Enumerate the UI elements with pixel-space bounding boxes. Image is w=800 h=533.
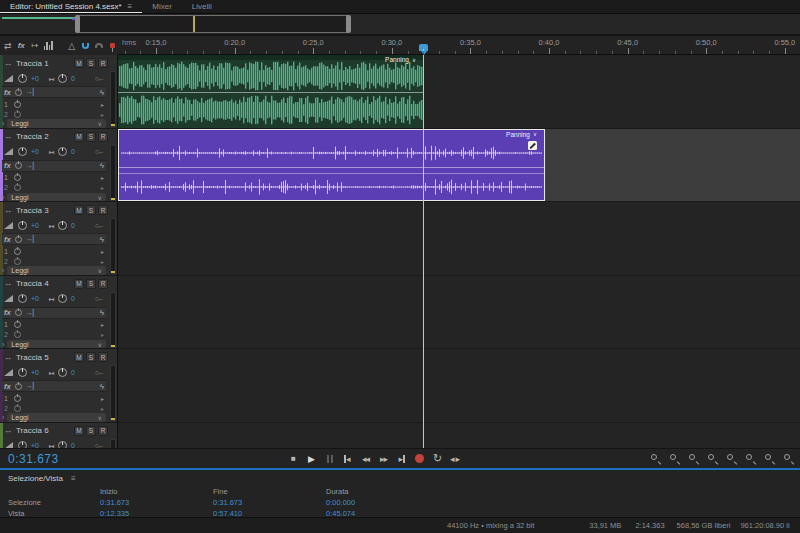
slot2-power-icon[interactable]: [14, 331, 21, 338]
move-tool-icon[interactable]: ⇄: [2, 39, 14, 53]
freeze-icon[interactable]: ϟ: [100, 308, 104, 317]
zoom-to-selection-icon[interactable]: [726, 453, 737, 464]
time-value[interactable]: 0:31.673: [100, 498, 213, 507]
slot2-power-icon[interactable]: [14, 405, 21, 412]
automation-mode-dropdown[interactable]: Leggi∨: [7, 340, 106, 349]
rewind-button[interactable]: ◂◂: [360, 453, 371, 465]
track-lane-5[interactable]: [118, 349, 800, 423]
record-arm-button[interactable]: R: [98, 58, 108, 68]
skip-selection-button[interactable]: ◂▸: [450, 453, 461, 465]
slot2-expand-icon[interactable]: ▸: [101, 331, 104, 338]
zoom-in-amplitude-icon[interactable]: [650, 453, 661, 464]
panel-menu-icon[interactable]: ≡: [128, 2, 133, 11]
volume-knob[interactable]: [18, 368, 27, 377]
io-routing-icon[interactable]: ○←: [95, 148, 104, 155]
navigator-left-handle[interactable]: [75, 15, 80, 33]
fx-power-icon[interactable]: [15, 236, 22, 243]
collapse-chevron-icon[interactable]: ›: [2, 341, 4, 348]
tab-livelli[interactable]: Livelli: [182, 0, 222, 13]
io-routing-icon[interactable]: ○←: [95, 295, 104, 302]
slot2-expand-icon[interactable]: ▸: [101, 184, 104, 191]
track-name[interactable]: Traccia 2: [16, 132, 74, 141]
mute-button[interactable]: M: [74, 352, 84, 362]
fast-forward-button[interactable]: ▸▸: [378, 453, 389, 465]
add-marker-icon[interactable]: [107, 39, 119, 53]
volume-value[interactable]: +0: [31, 295, 39, 302]
volume-knob[interactable]: [18, 74, 27, 83]
slot1-power-icon[interactable]: [14, 321, 21, 328]
freeze-icon[interactable]: ϟ: [100, 161, 104, 170]
volume-value[interactable]: +0: [31, 148, 39, 155]
collapse-chevron-icon[interactable]: ›: [2, 414, 4, 421]
pan-value[interactable]: 0: [71, 75, 75, 82]
fx-power-icon[interactable]: [15, 162, 22, 169]
volume-knob[interactable]: [18, 221, 27, 230]
solo-button[interactable]: S: [86, 279, 96, 289]
zoom-in-at-out-point-icon[interactable]: [764, 453, 775, 464]
tab-mixer[interactable]: Mixer: [142, 0, 182, 13]
clip-label[interactable]: Panning∨: [506, 131, 537, 138]
fx-label[interactable]: fx: [4, 308, 11, 317]
slot1-power-icon[interactable]: [14, 248, 21, 255]
automation-mode-dropdown[interactable]: Leggi∨: [7, 193, 106, 202]
audio-clip[interactable]: Panning∨: [118, 55, 423, 128]
pan-knob[interactable]: [58, 441, 67, 448]
record-arm-button[interactable]: R: [98, 132, 108, 142]
mute-button[interactable]: M: [74, 58, 84, 68]
fx-power-icon[interactable]: [15, 89, 22, 96]
navigator-view-range[interactable]: [76, 15, 350, 33]
zoom-out-amplitude-icon[interactable]: [669, 453, 680, 464]
solo-button[interactable]: S: [86, 132, 96, 142]
io-routing-icon[interactable]: ○←: [95, 369, 104, 376]
slot1-expand-icon[interactable]: ▸: [101, 395, 104, 402]
collapse-chevron-icon[interactable]: ›: [2, 120, 4, 127]
pan-value[interactable]: 0: [71, 369, 75, 376]
monitor-icon[interactable]: [93, 39, 105, 53]
volume-value[interactable]: +0: [31, 75, 39, 82]
solo-button[interactable]: S: [86, 426, 96, 436]
slot2-expand-icon[interactable]: ▸: [101, 111, 104, 118]
automation-mode-dropdown[interactable]: Leggi∨: [7, 266, 106, 275]
pan-value[interactable]: 0: [71, 295, 75, 302]
record-button[interactable]: [414, 453, 425, 465]
zoom-out-time-icon[interactable]: [707, 453, 718, 464]
pan-value[interactable]: 0: [71, 222, 75, 229]
fx-label[interactable]: fx: [4, 235, 11, 244]
fx-power-icon[interactable]: [15, 383, 22, 390]
solo-button[interactable]: S: [86, 58, 96, 68]
track-lane-area[interactable]: Panning∨Panning∨: [118, 55, 800, 448]
slot2-power-icon[interactable]: [14, 184, 21, 191]
volume-value[interactable]: +0: [31, 222, 39, 229]
skip-to-end-button[interactable]: ▸: [396, 453, 407, 465]
slip-tool-icon[interactable]: ↦: [29, 39, 41, 53]
tab-editor[interactable]: Editor: Untitled Session 4.sesx*≡: [0, 0, 142, 13]
io-routing-icon[interactable]: ○←: [95, 222, 104, 229]
track-lane-6[interactable]: [118, 423, 800, 449]
mute-button[interactable]: M: [74, 279, 84, 289]
pan-knob[interactable]: [58, 294, 67, 303]
record-arm-button[interactable]: R: [98, 279, 108, 289]
slot2-power-icon[interactable]: [14, 111, 21, 118]
pan-knob[interactable]: [58, 147, 67, 156]
volume-knob[interactable]: [18, 441, 27, 448]
track-lane-2[interactable]: Panning∨: [118, 129, 800, 203]
track-lane-1[interactable]: Panning∨: [118, 55, 800, 129]
mute-button[interactable]: M: [74, 132, 84, 142]
collapse-chevron-icon[interactable]: ›: [2, 194, 4, 201]
slot2-expand-icon[interactable]: ▸: [101, 258, 104, 265]
slot1-expand-icon[interactable]: ▸: [101, 248, 104, 255]
clip-automation-icon[interactable]: [528, 141, 537, 150]
snap-icon[interactable]: [80, 39, 92, 53]
zoom-out-full-icon[interactable]: [783, 453, 794, 464]
automation-mode-dropdown[interactable]: Leggi∨: [7, 119, 106, 128]
fx-label[interactable]: fx: [4, 382, 11, 391]
time-value[interactable]: 0:00.000: [326, 498, 439, 507]
zoom-in-at-in-point-icon[interactable]: [745, 453, 756, 464]
slot1-expand-icon[interactable]: ▸: [101, 321, 104, 328]
pan-knob[interactable]: [58, 368, 67, 377]
slot1-power-icon[interactable]: [14, 174, 21, 181]
stop-button[interactable]: ■: [288, 453, 299, 465]
track-name[interactable]: Traccia 5: [16, 353, 74, 362]
mute-button[interactable]: M: [74, 426, 84, 436]
freeze-icon[interactable]: ϟ: [100, 235, 104, 244]
